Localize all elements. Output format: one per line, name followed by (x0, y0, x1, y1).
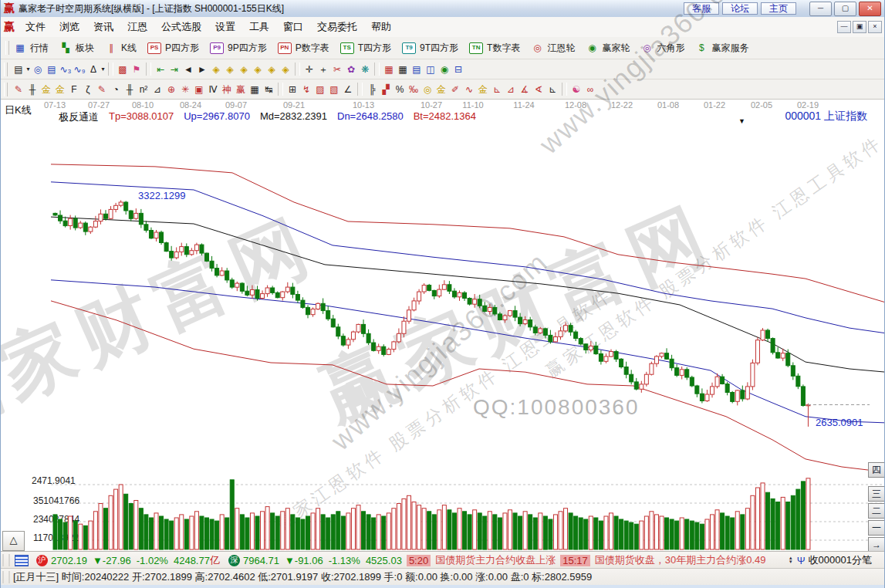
news-item[interactable]: 15:17 国债期货收盘，30年期主力合约涨0.49 (556, 553, 765, 567)
tool-icon[interactable]: ╫ (25, 83, 39, 96)
menu-item[interactable]: 窗口 (276, 18, 310, 36)
minimize-button[interactable]: ─ (809, 2, 832, 16)
tool-icon[interactable]: ◉ (437, 63, 451, 76)
tool-icon[interactable]: ▧ (327, 83, 341, 96)
tool-icon[interactable] (108, 63, 113, 76)
tool-icon[interactable]: ▦ (396, 63, 410, 76)
menu-item[interactable]: 设置 (208, 18, 242, 36)
child-minimize-button[interactable]: — (837, 21, 851, 33)
pane-layout-button[interactable]: 四 (868, 462, 885, 478)
tool-icon[interactable]: ◈ (223, 63, 237, 76)
toolbar-button[interactable]: PS P四方形 (147, 42, 199, 55)
tool-icon[interactable]: ☯ (569, 83, 583, 96)
tool-icon[interactable]: n² (137, 83, 150, 96)
toolbar-button[interactable]: ▦ 行情 (13, 42, 49, 55)
tool-icon[interactable]: ▣ (192, 83, 206, 96)
tool-icon[interactable]: ∿₃ (59, 63, 73, 76)
tool-icon[interactable]: 赢 (234, 83, 248, 96)
tool-icon[interactable]: ◈ (265, 63, 279, 76)
tool-icon[interactable]: ⇥ (167, 63, 181, 76)
pane-layout-button[interactable]: → (868, 537, 885, 553)
tool-icon[interactable]: ▩ (116, 63, 130, 76)
child-restore-button[interactable]: ▣ (853, 21, 866, 33)
tool-icon[interactable]: ∿ (462, 83, 476, 96)
tool-icon[interactable]: ◎ (421, 83, 434, 96)
toolbar-button[interactable]: $ 赢家服务 (694, 42, 748, 55)
tool-icon[interactable]: ◎ (31, 63, 45, 76)
tool-icon[interactable]: ⊞ (285, 83, 299, 96)
pane-layout-button[interactable]: 二 (868, 503, 885, 519)
toolbar-drag-handle[interactable] (5, 41, 9, 55)
tool-icon[interactable]: 金 (39, 83, 53, 96)
titlebar-link-button[interactable]: 论坛 (722, 2, 758, 15)
tool-icon[interactable]: ∠ (341, 83, 355, 96)
tool-icon[interactable]: ⇤ (154, 63, 167, 76)
tool-icon[interactable]: ► (195, 63, 209, 76)
tool-icon[interactable]: ⊿ (504, 83, 518, 96)
tool-icon[interactable]: ❋ (358, 63, 372, 76)
tool-icon[interactable]: ▾ (100, 63, 106, 76)
tool-icon[interactable]: ✛ (302, 63, 316, 76)
menu-item[interactable]: 帮助 (364, 18, 398, 36)
tool-icon[interactable] (562, 83, 567, 96)
tool-icon[interactable]: ↹ (262, 83, 275, 96)
toolbar-drag-handle[interactable] (4, 63, 8, 76)
tool-icon[interactable]: ◔ (109, 83, 123, 96)
toolbar-drag-handle[interactable] (4, 83, 8, 96)
pane-layout-button[interactable]: 一 (868, 520, 885, 536)
tool-icon[interactable]: ✿ (344, 63, 358, 76)
tool-icon[interactable]: % (393, 83, 407, 96)
tool-icon[interactable]: ∢ (532, 83, 546, 96)
tool-icon[interactable] (374, 63, 380, 76)
tool-icon[interactable]: ╠ (365, 83, 379, 96)
tool-icon[interactable]: ∿₉ (73, 63, 86, 76)
tool-icon[interactable]: 神 (220, 83, 234, 96)
close-button[interactable]: ✕ (859, 2, 881, 16)
menu-item[interactable]: 资讯 (86, 18, 120, 36)
toolbar-button[interactable]: P9 9P四方形 (209, 42, 267, 55)
tool-icon[interactable]: ◈ (209, 63, 223, 76)
tool-icon[interactable]: ✐ (448, 83, 462, 96)
tool-icon[interactable]: ▤ (45, 63, 59, 76)
tool-icon[interactable]: ⊾ (546, 83, 559, 96)
menu-item[interactable]: 江恩 (120, 18, 154, 36)
menu-item[interactable]: 浏览 (52, 18, 86, 36)
news-ticker[interactable]: 5:20 国债期货主力合约收盘上涨 15:17 国债期货收盘，30年期主力合约涨… (402, 553, 766, 567)
tool-icon[interactable]: 金 (53, 83, 67, 96)
tool-icon[interactable]: ⊾ (490, 83, 504, 96)
tool-icon[interactable]: Δ (86, 63, 100, 76)
statusbar-grip[interactable] (2, 554, 10, 566)
tool-icon[interactable]: ◈ (279, 63, 292, 76)
tool-icon[interactable]: ✳ (178, 83, 192, 96)
tool-icon[interactable] (295, 63, 300, 76)
tool-icon[interactable]: ▾ (25, 63, 31, 76)
chart-canvas[interactable] (1, 100, 885, 551)
tool-icon[interactable]: ∞ (583, 83, 597, 96)
menu-item[interactable]: 公式选股 (154, 18, 208, 36)
tool-icon[interactable]: F (67, 83, 81, 96)
titlebar-link-button[interactable]: 客服 (684, 2, 719, 15)
tool-icon[interactable]: ＋ (316, 63, 330, 76)
tool-icon[interactable] (146, 63, 151, 76)
pane-layout-button[interactable]: 三 (868, 486, 885, 502)
toolbar-button[interactable]: ◎ 江恩轮 (530, 42, 575, 55)
menu-item[interactable]: 工具 (242, 18, 276, 36)
tool-icon[interactable]: ⚑ (130, 63, 144, 76)
tool-icon[interactable]: ▨ (313, 83, 327, 96)
menu-item[interactable]: 文件 (19, 18, 52, 36)
tool-icon[interactable]: ▦ (248, 83, 262, 96)
toolbar-button[interactable]: T9 9T四方形 (401, 42, 458, 55)
tool-icon[interactable]: ∡ (518, 83, 532, 96)
toolbar-button[interactable]: ◎ 六角形 (640, 42, 684, 55)
tool-icon[interactable]: ▦ (382, 63, 396, 76)
toolbar-button[interactable]: TS T四方形 (339, 42, 391, 55)
menu-item[interactable]: 交易委托 (310, 18, 364, 36)
tool-icon[interactable]: ◈ (251, 63, 265, 76)
quote-table-icon[interactable] (15, 555, 29, 566)
tool-icon[interactable]: ✂ (330, 63, 344, 76)
restore-button[interactable]: ▢ (834, 2, 856, 16)
tool-icon[interactable] (278, 83, 283, 96)
tool-icon[interactable]: ζ (81, 83, 95, 96)
tool-icon[interactable]: ⊟ (451, 63, 465, 76)
tool-icon[interactable]: ⊕ (164, 83, 178, 96)
